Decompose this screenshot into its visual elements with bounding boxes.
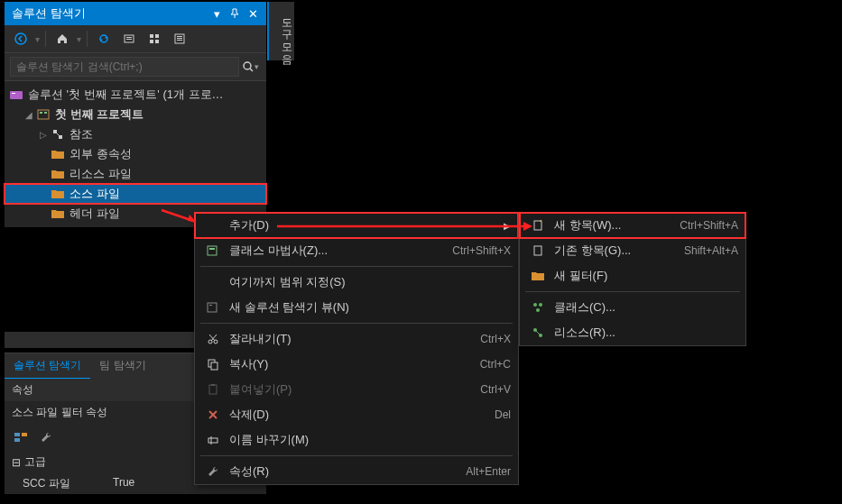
tab-team-explorer[interactable]: 팀 탐색기 <box>90 353 154 380</box>
tree-label: 헤더 파일 <box>69 206 120 222</box>
properties-button[interactable] <box>169 29 190 49</box>
delete-icon <box>202 407 224 423</box>
tree-project-node[interactable]: ◢ 첫 번째 프로젝트 <box>5 105 266 124</box>
refresh-button[interactable] <box>118 29 140 49</box>
project-icon <box>35 107 51 122</box>
menu-scope[interactable]: 여기까지 범위 지정(S) <box>195 270 518 295</box>
tree-solution-node[interactable]: 솔루션 '첫 번째 프로젝트' (1개 프로… <box>5 85 266 105</box>
expand-arrow-icon[interactable]: ▷ <box>37 130 50 140</box>
svg-rect-25 <box>208 246 217 255</box>
tree-source-node[interactable]: 소스 파일 <box>5 184 266 204</box>
tree-external-deps-node[interactable]: 외부 종속성 <box>5 144 266 164</box>
dropdown-icon[interactable]: ▾ <box>210 7 223 20</box>
solution-tree: 솔루션 '첫 번째 프로젝트' (1개 프로… ◢ 첫 번째 프로젝트 ▷ 참조… <box>5 81 266 227</box>
svg-rect-3 <box>126 39 132 40</box>
svg-point-44 <box>539 303 542 307</box>
search-button[interactable]: ▾ <box>239 57 261 77</box>
folder-icon <box>50 147 66 161</box>
property-key: SCC 파일 <box>23 476 113 491</box>
menu-separator <box>200 323 513 324</box>
back-button[interactable] <box>10 29 32 49</box>
menu-properties[interactable]: 속성(R) Alt+Enter <box>195 459 518 484</box>
panel-header: 솔루션 탐색기 ▾ ✕ <box>5 2 266 25</box>
submenu-class[interactable]: 클래스(C)... <box>520 295 745 320</box>
rename-icon <box>202 432 224 448</box>
menu-class-wizard[interactable]: 클래스 마법사(Z)... Ctrl+Shift+X <box>195 238 518 263</box>
submenu-new-item[interactable]: 새 항목(W)... Ctrl+Shift+A <box>520 213 745 238</box>
menu-rename[interactable]: 이름 바꾸기(M) <box>195 427 518 453</box>
collapse-icon[interactable]: ⊟ <box>12 456 21 469</box>
svg-rect-39 <box>208 438 217 443</box>
submenu-resource[interactable]: 리소스(R)... <box>520 320 745 345</box>
new-filter-icon <box>527 268 549 284</box>
submenu-new-filter[interactable]: 새 필터(F) <box>520 263 745 289</box>
svg-rect-9 <box>177 36 182 37</box>
property-value: True <box>113 476 134 491</box>
wrench-button[interactable] <box>35 427 57 447</box>
pin-icon[interactable] <box>228 7 241 20</box>
submenu-arrow-icon: ▶ <box>504 221 511 231</box>
menu-cut[interactable]: 잘라내기(T) Ctrl+X <box>195 326 518 352</box>
tree-label: 첫 번째 프로젝트 <box>55 106 143 123</box>
solution-explorer-panel: 솔루션 탐색기 ▾ ✕ ▾ ▾ <box>5 2 266 227</box>
menu-separator <box>525 291 740 292</box>
svg-rect-41 <box>534 221 541 230</box>
svg-rect-17 <box>40 112 42 114</box>
svg-rect-24 <box>14 438 20 442</box>
home-button[interactable] <box>51 29 73 49</box>
svg-line-13 <box>250 69 253 71</box>
svg-rect-10 <box>177 38 182 39</box>
svg-rect-16 <box>38 110 49 119</box>
close-icon[interactable]: ✕ <box>246 7 259 20</box>
svg-rect-26 <box>209 248 215 250</box>
svg-rect-19 <box>53 130 57 133</box>
show-all-button[interactable] <box>143 29 165 49</box>
tree-resource-node[interactable]: 리소스 파일 <box>5 164 266 184</box>
folder-icon <box>50 187 66 201</box>
svg-rect-18 <box>44 112 47 114</box>
svg-rect-36 <box>211 384 215 386</box>
svg-rect-5 <box>155 34 159 38</box>
svg-line-21 <box>57 133 59 135</box>
search-input[interactable] <box>10 57 239 77</box>
svg-rect-14 <box>10 91 23 99</box>
tree-references-node[interactable]: ▷ 참조 <box>5 124 266 144</box>
menu-delete[interactable]: 삭제(D) Del <box>195 402 518 427</box>
new-view-icon <box>202 299 224 316</box>
expand-arrow-icon[interactable]: ◢ <box>23 110 35 120</box>
svg-rect-28 <box>209 305 212 306</box>
svg-rect-11 <box>177 40 182 41</box>
menu-add[interactable]: 추가(D) ▶ <box>195 213 518 238</box>
vertical-collapsed-panel[interactable]: 도구 모음 <box>267 2 294 60</box>
submenu-existing-item[interactable]: 기존 항목(G)... Shift+Alt+A <box>520 238 745 263</box>
svg-rect-2 <box>126 37 132 38</box>
resource-icon <box>527 325 549 341</box>
paste-icon <box>202 381 224 398</box>
svg-rect-35 <box>209 385 217 394</box>
context-submenu: 새 항목(W)... Ctrl+Shift+A 기존 항목(G)... Shif… <box>519 212 746 346</box>
svg-point-45 <box>536 308 540 312</box>
svg-rect-4 <box>150 34 153 38</box>
toolbar: ▾ ▾ <box>5 25 266 53</box>
search-row: ▾ <box>5 53 266 81</box>
panel-title: 솔루션 탐색기 <box>12 5 86 22</box>
svg-rect-34 <box>211 362 217 370</box>
sync-button[interactable] <box>93 29 115 49</box>
wrench-icon <box>202 463 224 480</box>
svg-point-43 <box>533 303 537 307</box>
menu-paste: 붙여넣기(P) Ctrl+V <box>195 377 518 402</box>
svg-rect-20 <box>59 135 62 139</box>
tree-label: 소스 파일 <box>69 186 120 202</box>
categorize-button[interactable] <box>10 427 32 447</box>
copy-icon <box>202 356 224 372</box>
svg-rect-22 <box>14 433 20 436</box>
svg-rect-6 <box>150 40 153 43</box>
class-wizard-icon <box>202 243 224 259</box>
menu-separator <box>200 266 513 267</box>
menu-copy[interactable]: 복사(Y) Ctrl+C <box>195 352 518 377</box>
menu-new-view[interactable]: 새 솔루션 탐색기 뷰(N) <box>195 295 518 320</box>
folder-icon <box>50 167 66 181</box>
svg-point-0 <box>15 33 26 44</box>
existing-item-icon <box>527 243 549 259</box>
tab-solution-explorer[interactable]: 솔루션 탐색기 <box>5 353 90 380</box>
